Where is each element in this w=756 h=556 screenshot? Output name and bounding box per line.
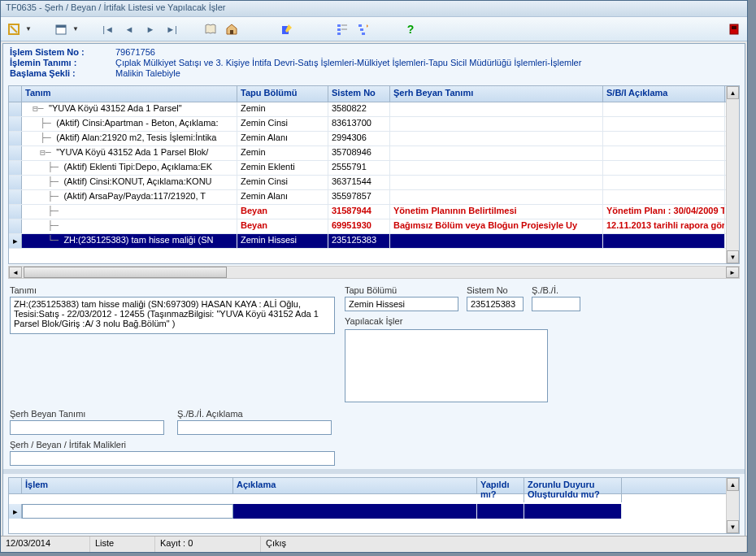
help-button[interactable]: ? [401,20,420,39]
grid-header-tapu[interactable]: Tapu Bölümü [237,86,328,102]
cell-sistem: 31587944 [328,205,390,219]
grid-header-sistem[interactable]: Sistem No [328,86,390,102]
cell-tapu: Zemin Cinsi [237,176,328,189]
bottom-row[interactable]: ▸ [9,504,739,519]
horizontal-scrollbar[interactable]: ◄ ► [8,266,740,279]
bottom-grid[interactable]: İşlem Açıklama Yapıldı mı? Zorunlu Duyur… [8,477,740,534]
cell-sistem: 2994306 [328,132,390,146]
cell-serh: Bağımsız Bölüm veya Bloğun Projesiyle Uy [390,219,603,233]
nav-last-button[interactable]: ►| [162,20,181,39]
info-header: İşlem Sistem No : 79671756 İşlemin Tanım… [3,44,745,82]
app-logo-button[interactable] [4,20,24,39]
row-indicator: ▸ [9,504,22,519]
cell-serh [390,132,603,146]
row-indicator [9,102,22,116]
scroll-down-button[interactable]: ▼ [727,520,739,533]
malikleri-input[interactable] [10,451,335,466]
cell-tapu: Zemin Eklenti [237,161,328,175]
grid-header-tanim[interactable]: Tanım [22,86,237,102]
content-area: İşlem Sistem No : 79671756 İşlemin Tanım… [2,43,745,539]
row-indicator [9,190,22,204]
svg-rect-6 [337,24,341,27]
scroll-left-button[interactable]: ◄ [9,267,22,278]
serh-beyan-input[interactable] [10,420,164,435]
scroll-up-button[interactable]: ▲ [727,86,739,99]
form-tapu-label: Tapu Bölümü [345,285,458,295]
status-date: 12/03/2014 [1,536,90,552]
form-sbi-input[interactable] [532,297,580,311]
cell-sbi [603,132,725,146]
house-button[interactable] [222,20,241,39]
book-button[interactable] [201,20,220,39]
sbi-aciklama-label: Ş./B./İ. Açıklama [177,409,332,419]
cell-sbi [603,146,725,160]
nav-prev-button[interactable]: ◄ [119,20,139,39]
main-grid[interactable]: Tanım Tapu Bölümü Sistem No Şerh Beyan T… [8,85,740,264]
edit-button[interactable] [277,20,297,39]
cell-tanim: ├─ [22,205,237,219]
table-row[interactable]: ⊟─ "YUVA Köyü 43152 Ada 1 Parsel"Zemin35… [9,102,739,117]
cell-sbi [603,161,725,175]
sbi-aciklama-input[interactable] [177,420,332,435]
form-section: Tanımı Tapu Bölümü Sistem No Ş./B./İ. [3,279,745,409]
cell-serh [390,234,603,248]
cell-tanim: ├─ (Aktif) Eklenti Tipi:Depo, Açıklama:E… [22,161,237,175]
table-row[interactable]: ├─ (Aktif) Alan:21920 m2, Tesis İşlemi:İ… [9,132,739,146]
form-tanim-input[interactable] [10,297,335,334]
info-baslama-label: Başlama Şekli : [10,68,115,78]
grid-body[interactable]: ⊟─ "YUVA Köyü 43152 Ada 1 Parsel"Zemin35… [9,102,739,249]
table-row[interactable]: ├─ (Aktif) Cinsi:KONUT, Açıklama:KONUZem… [9,176,739,190]
svg-rect-12 [360,28,363,31]
grid-header: Tanım Tapu Bölümü Sistem No Şerh Beyan T… [9,86,739,102]
bottom-header-zorunlu[interactable]: Zorunlu Duyuru Oluşturuldu mu? [524,478,622,502]
table-row[interactable]: ├─ Beyan31587944Yönetim Planının Belirti… [9,205,739,219]
serh-beyan-label: Şerh Beyan Tanımı [10,409,164,419]
status-bar: 12/03/2014 Liste Kayıt : 0 Çıkış [1,536,747,552]
grid-header-serh[interactable]: Şerh Beyan Tanımı [390,86,603,102]
bottom-header-aciklama[interactable]: Açıklama [233,478,477,493]
form-tanim-label: Tanımı [10,285,335,295]
scroll-down-button[interactable]: ▼ [727,250,739,263]
bottom-header-yapildi[interactable]: Yapıldı mı? [477,478,524,502]
scroll-up-button[interactable]: ▲ [727,478,739,491]
cell-sistem: 83613700 [328,117,390,131]
toolbar: ▼ ▼ |◄ ◄ ► ►| ? [1,17,747,41]
form-tapu-input[interactable] [345,297,458,311]
bottom-header-indicator [9,478,22,493]
cell-sistem: 36371544 [328,176,390,189]
nav-first-button[interactable]: |◄ [98,20,118,39]
yapilacak-listbox[interactable] [345,329,548,402]
cell-tanim: ├─ [22,219,237,233]
table-row[interactable]: ⊟─ "YUVA Köyü 43152 Ada 1 Parsel Blok/Ze… [9,146,739,161]
exit-button[interactable] [724,20,744,39]
status-cikis: Çıkış [261,536,747,552]
info-tanim: Çıplak Mülkiyet Satışı ve 3. Kişiye İnti… [115,58,581,67]
scroll-thumb[interactable] [24,267,227,278]
cell-serh [390,190,603,204]
tree-button-1[interactable] [332,20,352,39]
tree-button-2[interactable] [354,20,373,39]
cell-sistem: 35597857 [328,190,390,204]
window-title: TF0635 - Şerh / Beyan / İrtifak Listesi … [6,2,225,12]
form-sistem-input[interactable] [467,297,524,311]
table-row[interactable]: ├─ Beyan69951930Bağımsız Bölüm veya Bloğ… [9,219,739,234]
table-row[interactable]: ├─ (Aktif) Cinsi:Apartman - Beton, Açıkl… [9,117,739,132]
splitter[interactable] [3,469,745,474]
bottom-vertical-scrollbar[interactable]: ▲ ▼ [726,478,739,533]
row-indicator [9,132,22,146]
cell-sbi [603,176,725,189]
dropdown-icon[interactable]: ▼ [72,25,79,33]
scroll-right-button[interactable]: ► [726,267,739,278]
table-row[interactable]: ├─ (Aktif) ArsaPay/Payda:117/21920, TZem… [9,190,739,205]
table-row[interactable]: ├─ (Aktif) Eklenti Tipi:Depo, Açıklama:E… [9,161,739,176]
bottom-grid-header: İşlem Açıklama Yapıldı mı? Zorunlu Duyur… [9,478,739,494]
dropdown-icon[interactable]: ▼ [25,25,32,33]
table-row[interactable]: ▸ └─ ZH:(235125383) tam hisse maliği (SN… [9,234,739,249]
window-titlebar: TF0635 - Şerh / Beyan / İrtifak Listesi … [1,1,747,17]
bottom-header-islem[interactable]: İşlem [22,478,233,493]
calendar-button[interactable] [51,20,71,39]
cell-sistem: 3580822 [328,102,390,116]
nav-next-button[interactable]: ► [141,20,160,39]
vertical-scrollbar[interactable]: ▲ ▼ [726,86,739,263]
grid-header-sbi[interactable]: S/B/I Açıklama [603,86,725,102]
